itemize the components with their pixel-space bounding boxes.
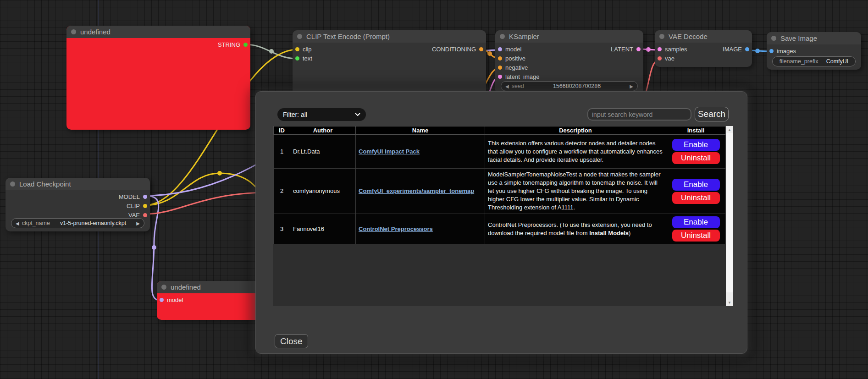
- node-undefined-top[interactable]: undefinedSTRING: [66, 26, 250, 130]
- scroll-down-arrow-icon[interactable]: ▼: [726, 299, 733, 306]
- slot-dot[interactable]: [160, 298, 164, 302]
- stepper-right-icon[interactable]: ▶: [136, 221, 140, 226]
- scrollbar-thumb[interactable]: [726, 133, 733, 292]
- node-undefined-bottom[interactable]: undefinedmodel: [157, 281, 260, 320]
- enable-button[interactable]: Enable: [672, 139, 720, 151]
- column-header-id: ID: [274, 126, 290, 135]
- node-title-bar[interactable]: Load Checkpoint: [6, 178, 150, 190]
- wire-dot[interactable]: [487, 51, 492, 56]
- enable-button[interactable]: Enable: [672, 216, 720, 228]
- node-title-bar[interactable]: undefined: [157, 281, 260, 293]
- output-slot-CLIP: CLIP: [127, 202, 147, 210]
- node-title-bar[interactable]: undefined: [66, 26, 250, 38]
- slot-dot[interactable]: [143, 195, 147, 199]
- node-collapse-dot[interactable]: [659, 34, 664, 39]
- stepper-left-icon[interactable]: ◀: [505, 84, 509, 89]
- slot-dot[interactable]: [295, 47, 299, 51]
- slot-dot[interactable]: [143, 204, 147, 208]
- slot-dot[interactable]: [498, 56, 502, 60]
- extensions-table-body: 1Dr.Lt.DataComfyUI Impact PackThis exten…: [274, 135, 726, 244]
- stepper-right-icon[interactable]: ▶: [630, 84, 633, 89]
- extensions-table-head-row: IDAuthorNameDescriptionInstall: [274, 126, 726, 135]
- extension-link[interactable]: ComfyUI_experiments/sampler_tonemap: [359, 187, 474, 194]
- cell-name: ComfyUI Impact Pack: [356, 135, 485, 169]
- filter-select[interactable]: Filter: all: [277, 108, 366, 121]
- close-button[interactable]: Close: [275, 334, 308, 348]
- node-title: Save Image: [780, 34, 817, 42]
- wire-dot[interactable]: [755, 49, 760, 53]
- description-text: ): [629, 230, 630, 236]
- uninstall-button[interactable]: Uninstall: [672, 230, 720, 242]
- wire-dot[interactable]: [217, 171, 222, 176]
- slot-label: STRING: [218, 41, 240, 48]
- node-vae-decode[interactable]: VAE DecodesamplesvaeIMAGE: [655, 30, 752, 67]
- node-ksampler[interactable]: KSamplermodelpositivenegativelatent_imag…: [495, 30, 643, 94]
- wire-dot[interactable]: [646, 47, 651, 52]
- slot-dot[interactable]: [243, 43, 248, 47]
- node-title: Load Checkpoint: [19, 180, 71, 188]
- node-title-bar[interactable]: CLIP Text Encode (Prompt): [293, 30, 486, 43]
- wire-vae-to-hidden: [145, 192, 262, 214]
- widget-value[interactable]: v1-5-pruned-emaonly.ckpt: [53, 220, 133, 226]
- widget-ckpt_name[interactable]: ◀ckpt_namev1-5-pruned-emaonly.ckpt▶: [11, 218, 144, 228]
- extensions-table-container: IDAuthorNameDescriptionInstall 1Dr.Lt.Da…: [273, 126, 733, 306]
- slot-dot[interactable]: [479, 47, 483, 51]
- node-collapse-dot[interactable]: [500, 34, 505, 39]
- node-collapse-dot[interactable]: [297, 34, 302, 39]
- slot-dot[interactable]: [745, 47, 749, 51]
- cell-author: Dr.Lt.Data: [290, 135, 356, 169]
- extension-link[interactable]: ComfyUI Impact Pack: [359, 148, 420, 155]
- slot-dot[interactable]: [143, 213, 147, 217]
- node-save-image[interactable]: Save Imageimagesfilename_prefixComfyUI: [767, 32, 861, 70]
- node-title: undefined: [171, 283, 201, 291]
- uninstall-button[interactable]: Uninstall: [672, 192, 720, 204]
- slot-dot[interactable]: [498, 66, 502, 70]
- widget-value[interactable]: ComfyUI: [826, 58, 849, 65]
- node-title: CLIP Text Encode (Prompt): [306, 33, 390, 40]
- wire-dot[interactable]: [152, 245, 156, 250]
- slot-dot[interactable]: [636, 47, 641, 51]
- slot-label: model: [505, 46, 521, 53]
- description-text: This extension offers various detector n…: [488, 140, 663, 163]
- node-collapse-dot[interactable]: [771, 36, 776, 41]
- slot-label: LATENT: [611, 46, 633, 53]
- slot-label: vae: [665, 55, 674, 62]
- extensions-table: IDAuthorNameDescriptionInstall 1Dr.Lt.Da…: [273, 126, 726, 244]
- search-input[interactable]: [587, 108, 691, 121]
- cell-author: comfyanonymous: [290, 169, 356, 214]
- slot-label: samples: [665, 46, 687, 53]
- node-collapse-dot[interactable]: [161, 285, 166, 290]
- filter-select-label: Filter: all: [283, 111, 307, 118]
- slot-label: latent_image: [505, 73, 539, 80]
- table-scrollbar[interactable]: ▲ ▼: [726, 126, 733, 306]
- widget-filename_prefix[interactable]: filename_prefixComfyUI: [772, 56, 856, 66]
- node-collapse-dot[interactable]: [10, 181, 15, 187]
- slot-dot[interactable]: [658, 56, 662, 60]
- enable-button[interactable]: Enable: [672, 179, 720, 191]
- search-button[interactable]: Search: [695, 107, 729, 121]
- slot-dot[interactable]: [658, 47, 662, 51]
- slot-dot[interactable]: [498, 47, 502, 51]
- widget-seed[interactable]: ◀seed156680208700286▶: [501, 81, 638, 91]
- node-title-bar[interactable]: VAE Decode: [655, 30, 752, 43]
- node-collapse-dot[interactable]: [71, 29, 76, 34]
- table-row: 2comfyanonymousComfyUI_experiments/sampl…: [274, 169, 726, 214]
- stepper-left-icon[interactable]: ◀: [16, 221, 19, 226]
- node-load-checkpoint[interactable]: Load CheckpointMODELCLIPVAE◀ckpt_namev1-…: [6, 178, 150, 231]
- slot-label: CONDITIONING: [432, 46, 476, 53]
- slot-dot[interactable]: [295, 56, 299, 60]
- cell-name: ControlNet Preprocessors: [356, 214, 485, 244]
- node-title-bar[interactable]: KSampler: [495, 30, 643, 43]
- wire-dot[interactable]: [269, 49, 274, 54]
- node-title-bar[interactable]: Save Image: [767, 32, 861, 44]
- widget-value[interactable]: 156680208700286: [527, 83, 627, 89]
- uninstall-button[interactable]: Uninstall: [672, 152, 720, 164]
- slot-dot[interactable]: [769, 49, 774, 53]
- slot-dot[interactable]: [498, 75, 502, 79]
- node-clip-text-encode[interactable]: CLIP Text Encode (Prompt)cliptextCONDITI…: [293, 30, 486, 99]
- output-slot-LATENT: LATENT: [611, 45, 641, 53]
- input-slot-negative: negative: [498, 63, 528, 71]
- cell-description: This extension offers various detector n…: [485, 135, 666, 169]
- extension-link[interactable]: ControlNet Preprocessors: [359, 225, 433, 232]
- scroll-up-arrow-icon[interactable]: ▲: [726, 126, 733, 133]
